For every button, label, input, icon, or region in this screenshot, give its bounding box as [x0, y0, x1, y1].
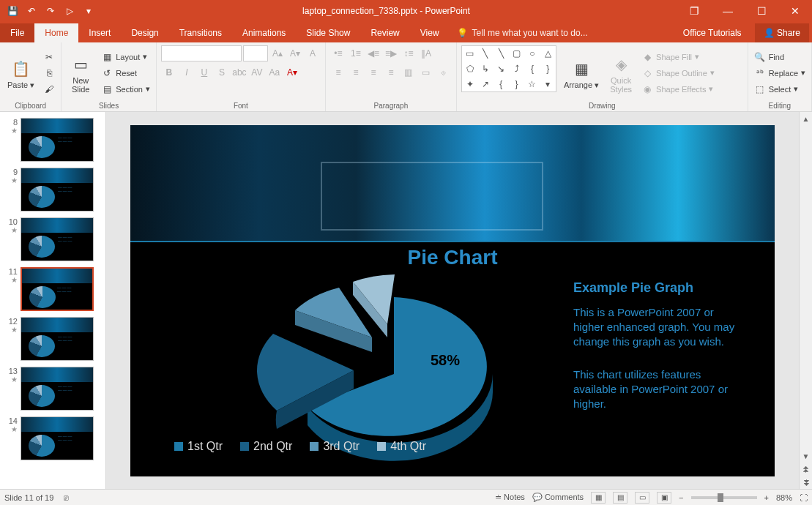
tab-transitions[interactable]: Transitions	[169, 23, 232, 42]
tab-home[interactable]: Home	[34, 23, 78, 42]
shadow-button[interactable]: abc	[231, 64, 247, 81]
tab-insert[interactable]: Insert	[78, 23, 121, 42]
numbering-button[interactable]: 1≡	[348, 45, 364, 61]
share-button[interactable]: 👤 Share	[755, 23, 809, 42]
arrange-button[interactable]: ▦ Arrange ▾	[561, 45, 602, 100]
font-family-input[interactable]	[161, 45, 242, 61]
close-icon[interactable]: ✕	[778, 0, 812, 22]
strike-button[interactable]: S	[214, 64, 230, 81]
bold-button[interactable]: B	[161, 64, 177, 81]
thumbnail-slide-13[interactable]: 13★ ── ── ──── ── ──	[0, 364, 105, 414]
reading-view-button[interactable]: ▭	[635, 492, 649, 504]
find-button[interactable]: 🔍Find	[753, 50, 807, 64]
minimize-icon[interactable]: —	[711, 0, 745, 22]
slideshow-view-button[interactable]: ▣	[657, 492, 671, 504]
comments-button[interactable]: 💬 Comments	[532, 493, 584, 502]
shape-fill-button[interactable]: ◆Shape Fill ▾	[640, 50, 716, 64]
select-button[interactable]: ⬚Select ▾	[753, 82, 807, 97]
layout-button[interactable]: ▦Layout ▾	[100, 50, 152, 64]
reset-icon: ↺	[101, 67, 113, 79]
pie-chart[interactable]: 58% 23% 10% 9%	[182, 272, 540, 462]
tell-me-search[interactable]: 💡 Tell me what you want to do...	[450, 23, 595, 42]
shape-outline-button[interactable]: ◇Shape Outline ▾	[640, 66, 716, 81]
zoom-slider[interactable]	[691, 496, 757, 499]
align-center-button[interactable]: ≡	[348, 64, 364, 81]
zoom-in-button[interactable]: +	[764, 493, 769, 502]
thumbnail-slide-12[interactable]: 12★ ── ── ──── ── ──	[0, 314, 105, 364]
maximize-icon[interactable]: ☐	[745, 0, 778, 22]
underline-button[interactable]: U	[196, 64, 212, 81]
tab-review[interactable]: Review	[360, 23, 409, 42]
clear-format-button[interactable]: A	[305, 45, 321, 61]
thumbnail-slide-14[interactable]: 14★ ── ── ──── ── ──	[0, 414, 105, 463]
shapes-gallery[interactable]: ▭╲╲▢○△ ⬠↳↘⤴{} ✦↗{}☆▾	[461, 45, 556, 92]
start-from-beginning-icon[interactable]: ▷	[63, 4, 76, 18]
tab-view[interactable]: View	[410, 23, 450, 42]
line-spacing-button[interactable]: ↕≡	[401, 45, 417, 61]
tab-animations[interactable]: Animations	[232, 23, 296, 42]
sorter-view-button[interactable]: ▤	[613, 492, 627, 504]
scroll-up-icon[interactable]: ▲	[800, 112, 812, 125]
slide-count[interactable]: Slide 11 of 19	[4, 493, 53, 502]
pie-label-2: 23%	[204, 352, 233, 369]
font-color-button[interactable]: A▾	[284, 64, 300, 81]
text-direction-button[interactable]: ‖A	[418, 45, 434, 61]
paste-button[interactable]: 📋 Paste ▾	[4, 45, 37, 100]
legend-item-3: 3rd Qtr	[310, 440, 360, 453]
format-painter-button[interactable]: 🖌	[42, 82, 56, 97]
italic-button[interactable]: I	[179, 64, 195, 81]
thumbnail-slide-9[interactable]: 9★ ── ── ──── ── ──	[0, 165, 105, 214]
shape-effects-button[interactable]: ◉Shape Effects ▾	[640, 82, 716, 97]
decrease-indent-button[interactable]: ◀≡	[365, 45, 381, 61]
bullets-button[interactable]: •≡	[330, 45, 346, 61]
slide-side-text[interactable]: Example Pie Graph This is a PowerPoint 2…	[573, 279, 745, 430]
new-slide-button[interactable]: ▭ New Slide	[66, 45, 95, 100]
next-slide-icon[interactable]: ⯯	[800, 476, 812, 489]
undo-icon[interactable]: ↶	[25, 4, 38, 18]
spelling-icon[interactable]: ⎚	[64, 493, 69, 502]
align-right-button[interactable]: ≡	[365, 64, 381, 81]
copy-button[interactable]: ⎘	[42, 66, 56, 81]
replace-button[interactable]: ᵃᵇReplace ▾	[753, 66, 807, 81]
group-editing: 🔍Find ᵃᵇReplace ▾ ⬚Select ▾ Editing	[748, 42, 812, 111]
thumbnail-slide-8[interactable]: 8★ ── ── ──── ── ──	[0, 115, 105, 165]
columns-button[interactable]: ▥	[401, 64, 417, 81]
align-left-button[interactable]: ≡	[330, 64, 346, 81]
slide[interactable]: Pie Chart	[130, 125, 775, 476]
zoom-out-button[interactable]: −	[679, 493, 683, 502]
replace-icon: ᵃᵇ	[754, 67, 766, 79]
tab-file[interactable]: File	[0, 23, 34, 42]
notes-button[interactable]: ≐ Notes	[495, 493, 525, 502]
fit-to-window-button[interactable]: ⛶	[800, 493, 808, 502]
grow-font-button[interactable]: A▴	[269, 45, 286, 61]
smartart-button[interactable]: ⟐	[436, 64, 452, 81]
redo-icon[interactable]: ↷	[44, 4, 57, 18]
align-text-button[interactable]: ▭	[418, 64, 434, 81]
justify-button[interactable]: ≡	[383, 64, 399, 81]
section-button[interactable]: ▤Section ▾	[100, 82, 152, 97]
office-tutorials[interactable]: Office Tutorials	[673, 23, 752, 42]
scroll-down-icon[interactable]: ▼	[800, 449, 812, 463]
shrink-font-button[interactable]: A▾	[287, 45, 303, 61]
zoom-level[interactable]: 88%	[776, 493, 792, 502]
vertical-scrollbar[interactable]: ▲ ▼ ⯭ ⯯	[799, 112, 812, 489]
thumbnail-slide-10[interactable]: 10★ ── ── ──── ── ──	[0, 214, 105, 264]
slide-canvas[interactable]: Pie Chart	[106, 112, 799, 489]
cut-button[interactable]: ✂	[42, 50, 56, 64]
change-case-button[interactable]: Aa	[267, 64, 283, 81]
prev-slide-icon[interactable]: ⯭	[800, 463, 812, 476]
ribbon-display-icon[interactable]: ❐	[677, 0, 711, 22]
save-icon[interactable]: 💾	[6, 4, 19, 18]
normal-view-button[interactable]: ▦	[591, 492, 606, 504]
increase-indent-button[interactable]: ≡▶	[383, 45, 399, 61]
char-spacing-button[interactable]: AV	[249, 64, 265, 81]
font-size-input[interactable]	[243, 45, 268, 61]
slide-title[interactable]: Pie Chart	[408, 246, 498, 269]
tab-design[interactable]: Design	[121, 23, 168, 42]
thumbnail-slide-11[interactable]: 11★ ── ── ──── ── ──	[0, 264, 105, 314]
tab-slideshow[interactable]: Slide Show	[296, 23, 360, 42]
slide-thumbnails-panel[interactable]: 8★ ── ── ──── ── ──9★ ── ── ──── ── ──10…	[0, 112, 106, 489]
qat-more-icon[interactable]: ▾	[82, 4, 95, 18]
quick-styles-button[interactable]: ◈ Quick Styles	[606, 45, 636, 100]
reset-button[interactable]: ↺Reset	[100, 66, 152, 81]
